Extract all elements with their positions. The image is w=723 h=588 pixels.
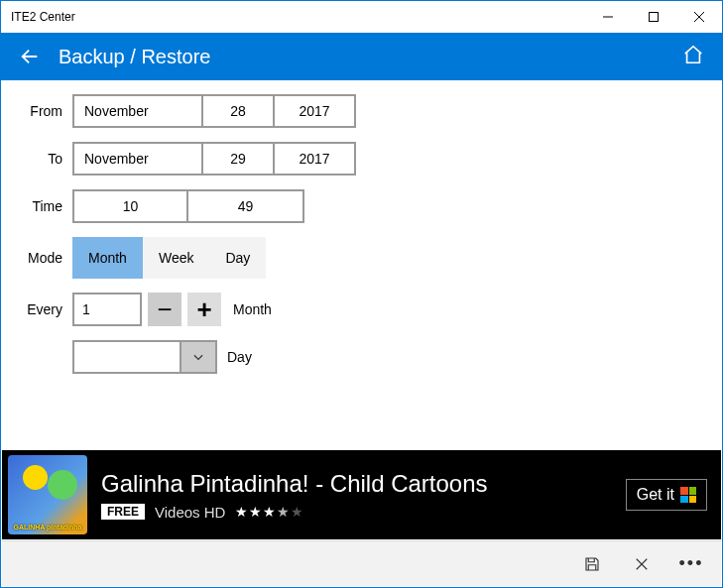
ad-price-badge: FREE xyxy=(101,504,145,520)
time-label: Time xyxy=(11,198,72,214)
day-select-input[interactable] xyxy=(72,340,181,374)
mode-month-button[interactable]: Month xyxy=(72,237,143,279)
minimize-button[interactable] xyxy=(585,1,631,33)
from-date-picker[interactable]: November 28 2017 xyxy=(72,94,356,128)
every-unit-label: Month xyxy=(233,301,272,317)
every-label: Every xyxy=(11,301,72,317)
ad-rating-stars: ★★★★★ xyxy=(235,504,304,520)
window-title: ITE2 Center xyxy=(11,10,585,24)
ad-text-block: Galinha Pintadinha! - Child Cartoons FRE… xyxy=(87,470,626,521)
ad-thumbnail: GALINHA pintadinha xyxy=(8,455,87,534)
app-header: Backup / Restore xyxy=(1,33,722,80)
day-unit-label: Day xyxy=(227,349,252,365)
every-decrement-button[interactable]: − xyxy=(148,293,181,326)
close-button[interactable] xyxy=(676,1,722,33)
to-label: To xyxy=(11,151,72,167)
page-title: Backup / Restore xyxy=(59,46,210,68)
ad-banner[interactable]: GALINHA pintadinha Galinha Pintadinha! -… xyxy=(2,450,721,539)
maximize-button[interactable] xyxy=(631,1,676,33)
command-bar: ••• xyxy=(2,540,721,586)
day-select-dropdown-button[interactable] xyxy=(181,340,217,374)
save-button[interactable] xyxy=(568,541,616,587)
window-titlebar: ITE2 Center xyxy=(1,1,722,33)
from-year[interactable]: 2017 xyxy=(275,96,354,126)
to-day[interactable]: 29 xyxy=(203,144,275,174)
ellipsis-icon: ••• xyxy=(679,553,704,574)
mode-label: Mode xyxy=(11,250,72,266)
every-value-input[interactable]: 1 xyxy=(72,293,142,326)
to-year[interactable]: 2017 xyxy=(275,144,354,174)
ad-subtitle: Videos HD xyxy=(155,504,225,521)
to-date-picker[interactable]: November 29 2017 xyxy=(72,142,356,176)
from-day[interactable]: 28 xyxy=(203,96,275,126)
schedule-form: From November 28 2017 To November 29 201… xyxy=(1,80,722,398)
mode-segmented-control: Month Week Day xyxy=(72,237,266,279)
time-minute[interactable]: 49 xyxy=(188,191,302,221)
ad-get-it-button[interactable]: Get it xyxy=(626,479,707,511)
every-increment-button[interactable]: + xyxy=(187,293,221,326)
ad-title: Galinha Pintadinha! - Child Cartoons xyxy=(101,470,626,498)
from-label: From xyxy=(11,103,72,119)
home-button[interactable] xyxy=(682,44,704,69)
cancel-button[interactable] xyxy=(618,541,665,587)
mode-week-button[interactable]: Week xyxy=(143,237,210,279)
time-hour[interactable]: 10 xyxy=(74,191,188,221)
svg-rect-0 xyxy=(650,13,659,22)
from-month[interactable]: November xyxy=(74,96,203,126)
ad-cta-label: Get it xyxy=(637,486,674,504)
more-button[interactable]: ••• xyxy=(667,541,715,587)
to-month[interactable]: November xyxy=(74,144,203,174)
mode-day-button[interactable]: Day xyxy=(209,237,266,279)
microsoft-logo-icon xyxy=(680,487,696,503)
time-picker[interactable]: 10 49 xyxy=(72,189,304,223)
back-button[interactable] xyxy=(19,46,59,67)
